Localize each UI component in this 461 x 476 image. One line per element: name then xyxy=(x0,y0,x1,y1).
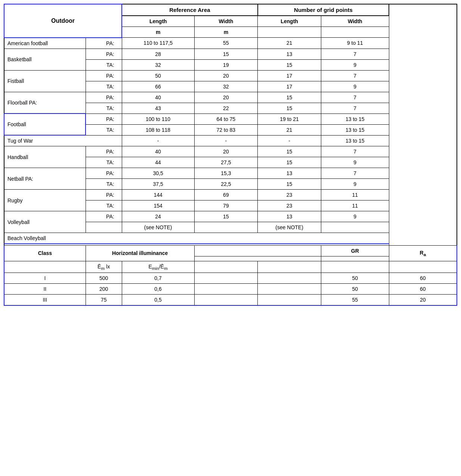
main-wrapper: Outdoor Reference Area Number of grid po… xyxy=(4,4,457,306)
val: 110 to 117,5 xyxy=(122,38,194,49)
bottom-data-row: III 75 0,5 55 20 xyxy=(4,295,457,306)
val: 20 xyxy=(194,146,258,157)
sub-pa: PA: xyxy=(86,168,122,179)
class-header: Class xyxy=(4,245,86,261)
gr-val-header xyxy=(321,261,389,273)
val: 20 xyxy=(194,92,258,103)
sport-american-football: American football xyxy=(4,38,86,49)
val xyxy=(321,222,389,233)
val: (see NOTE) xyxy=(258,222,321,233)
ra-sub xyxy=(389,261,457,273)
val: 20 xyxy=(194,70,258,81)
sport-volleyball: Volleyball xyxy=(4,211,86,233)
sport-football: Football xyxy=(4,113,86,135)
sub-ta: TA: xyxy=(86,179,122,190)
val: 15 xyxy=(258,103,321,113)
val: 27,5 xyxy=(194,157,258,168)
val: 7 xyxy=(321,70,389,81)
em-ii: 200 xyxy=(86,284,122,295)
gr-ii: 50 xyxy=(321,284,389,295)
val: - xyxy=(122,135,194,146)
ra-ii: 60 xyxy=(389,284,457,295)
blank2-i xyxy=(258,273,321,284)
val: 11 xyxy=(321,190,389,200)
val: 66 xyxy=(122,81,194,92)
class-iii: III xyxy=(4,295,86,306)
bottom-header-row-1: Class Horizontal illuminance GR Ra xyxy=(4,245,457,256)
val: 154 xyxy=(122,200,194,211)
val: 15 xyxy=(258,146,321,157)
val: 23 xyxy=(258,200,321,211)
val: 7 xyxy=(321,146,389,157)
sport-tug-of-war: Tug of War xyxy=(4,135,122,146)
val: 15 xyxy=(258,59,321,70)
val: 11 xyxy=(321,200,389,211)
table-row: Volleyball PA: 24 15 13 9 xyxy=(4,211,457,222)
grid-width-header: Width xyxy=(321,16,389,27)
table-row: Tug of War - - - 13 to 15 xyxy=(4,135,457,146)
grid-width-unit xyxy=(321,27,389,38)
val: 9 xyxy=(321,81,389,92)
sport-fistball: Fistball xyxy=(4,70,86,92)
blank1-ii xyxy=(194,284,258,295)
blank1-i xyxy=(194,273,258,284)
em-header: Ēm lx xyxy=(86,261,122,273)
val: 108 to 118 xyxy=(122,124,194,135)
ref-length-header: Length xyxy=(122,16,194,27)
table-row: Floorball PA: PA: 40 20 15 7 xyxy=(4,92,457,103)
sub-pa: PA: xyxy=(86,190,122,200)
val: 55 xyxy=(194,38,258,49)
bottom-data-row: I 500 0,7 50 60 xyxy=(4,273,457,284)
val: 21 xyxy=(258,38,321,49)
val: 22,5 xyxy=(194,179,258,190)
val: 7 xyxy=(321,49,389,59)
val: 13 to 15 xyxy=(321,113,389,124)
blank2-iii xyxy=(258,295,321,306)
val: 22 xyxy=(194,103,258,113)
gr-iii: 55 xyxy=(321,295,389,306)
val: 13 xyxy=(258,49,321,59)
main-table: Outdoor Reference Area Number of grid po… xyxy=(4,4,457,306)
val: 9 xyxy=(321,59,389,70)
gr-header: GR xyxy=(321,245,389,256)
val xyxy=(194,222,258,233)
val: 32 xyxy=(122,59,194,70)
val: 9 xyxy=(321,157,389,168)
val: 28 xyxy=(122,49,194,59)
sub-pa: PA: xyxy=(86,70,122,81)
ratio-iii: 0,5 xyxy=(122,295,194,306)
sport-beach-volleyball: Beach Volleyball xyxy=(4,233,389,244)
val: 44 xyxy=(122,157,194,168)
val: 7 xyxy=(321,103,389,113)
grid-length-header: Length xyxy=(258,16,321,27)
val: 13 xyxy=(258,168,321,179)
val: 100 to 110 xyxy=(122,113,194,124)
table-row: Football PA: 100 to 110 64 to 75 19 to 2… xyxy=(4,113,457,124)
sub-pa: PA: xyxy=(86,92,122,103)
val: 7 xyxy=(321,168,389,179)
table-row: Rugby PA: 144 69 23 11 xyxy=(4,190,457,200)
sport-handball: Handball xyxy=(4,146,86,168)
val: - xyxy=(258,135,321,146)
sub-ta: TA: xyxy=(86,59,122,70)
val: 9 to 11 xyxy=(321,38,389,49)
val: 15,3 xyxy=(194,168,258,179)
val: 37,5 xyxy=(122,179,194,190)
blank2 xyxy=(258,261,321,273)
val: 40 xyxy=(122,146,194,157)
reference-area-header: Reference Area xyxy=(122,4,258,16)
val: 17 xyxy=(258,81,321,92)
val: 23 xyxy=(258,190,321,200)
illuminance-header: Horizontal illuminance xyxy=(86,245,194,261)
val: 24 xyxy=(122,211,194,222)
val: 19 xyxy=(194,59,258,70)
ref-width-header: Width xyxy=(194,16,258,27)
val: 15 xyxy=(258,179,321,190)
sub-pa: PA: xyxy=(86,49,122,59)
val: 32 xyxy=(194,81,258,92)
val: 69 xyxy=(194,190,258,200)
val: 50 xyxy=(122,70,194,81)
grid-points-header: Number of grid points xyxy=(258,4,389,16)
val: 9 xyxy=(321,211,389,222)
sport-rugby: Rugby xyxy=(4,190,86,211)
